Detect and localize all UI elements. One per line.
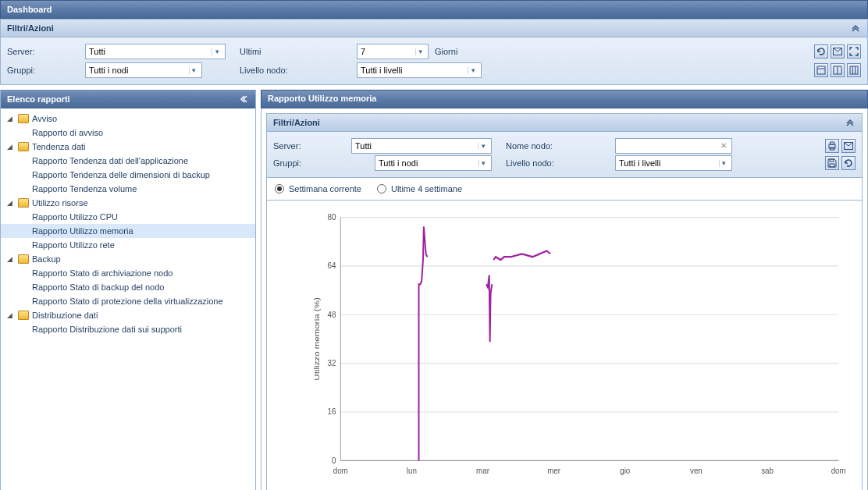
leaf-label: Rapporto Tendenza dati dell'applicazione	[32, 156, 188, 165]
radio-current-week[interactable]: Settimana corrente	[275, 184, 361, 194]
tree-leaf[interactable]: Rapporto Utilizzo CPU	[1, 210, 255, 224]
groups-label: Gruppi:	[7, 66, 85, 75]
chevron-down-icon[interactable]: ▼	[719, 160, 728, 167]
inner-node-level-combo[interactable]: ▼	[615, 155, 732, 171]
last-value-input[interactable]	[361, 47, 412, 56]
layout-1-icon[interactable]	[814, 63, 828, 77]
chevron-down-icon[interactable]: ▼	[189, 67, 198, 74]
svg-rect-13	[830, 164, 834, 167]
svg-text:64: 64	[327, 261, 336, 271]
chevron-down-icon[interactable]: ▼	[478, 143, 488, 150]
tree-leaf[interactable]: Rapporto di avviso	[1, 126, 255, 140]
radio-last4-label: Ultime 4 settimane	[391, 184, 462, 194]
inner-node-level-input[interactable]	[619, 158, 716, 168]
folder-label: Distribuzione dati	[32, 311, 98, 320]
groups-combo[interactable]: ▼	[85, 62, 202, 78]
collapse-left-icon[interactable]	[238, 94, 249, 105]
svg-text:mar: mar	[476, 465, 489, 475]
leaf-label: Rapporto Stato di protezione della virtu…	[32, 296, 223, 306]
svg-text:Utilizzo memoria (%): Utilizzo memoria (%)	[312, 297, 321, 380]
svg-text:0: 0	[332, 455, 336, 465]
radio-last-4-weeks[interactable]: Ultime 4 settimane	[377, 184, 462, 194]
leaf-label: Rapporto di avviso	[32, 128, 103, 137]
report-title: Rapporto Utilizzo memoria	[268, 94, 376, 103]
folder-icon	[18, 142, 29, 151]
email-icon[interactable]	[831, 44, 845, 59]
groups-input[interactable]	[89, 66, 186, 75]
tree-folder[interactable]: ◢Avviso	[1, 112, 255, 126]
chevron-down-icon[interactable]: ▼	[212, 48, 222, 55]
chevron-down-icon[interactable]: ▼	[478, 160, 488, 167]
tree-toggle-icon[interactable]: ◢	[7, 115, 15, 123]
tree-leaf[interactable]: Rapporto Stato di backup del nodo	[1, 280, 255, 294]
clear-icon[interactable]: ✕	[719, 141, 728, 151]
sidebar-title: Elenco rapporti	[7, 94, 70, 104]
inner-filter-bar: Server: ▼ Nome nodo: ✕	[266, 132, 863, 178]
collapse-up-icon[interactable]	[845, 117, 856, 128]
report-header: Rapporto Utilizzo memoria	[261, 90, 868, 108]
tree-toggle-icon[interactable]: ◢	[7, 199, 15, 207]
last-value-combo[interactable]: ▼	[357, 44, 429, 59]
reports-tree: ◢AvvisoRapporto di avviso◢Tendenza datiR…	[1, 108, 255, 490]
tree-leaf[interactable]: Rapporto Tendenza dati dell'applicazione	[1, 154, 255, 168]
refresh-icon[interactable]	[841, 156, 856, 170]
svg-text:dom: dom	[333, 465, 348, 475]
sidebar-header: Elenco rapporti	[1, 90, 255, 108]
node-level-input[interactable]	[361, 66, 464, 75]
chevron-down-icon[interactable]: ▼	[468, 67, 478, 74]
reports-sidebar: Elenco rapporti ◢AvvisoRapporto di avvis…	[0, 90, 256, 490]
days-label: Giorni	[435, 47, 457, 56]
leaf-label: Rapporto Tendenza volume	[32, 184, 137, 194]
node-level-combo[interactable]: ▼	[357, 62, 482, 78]
layout-3-icon[interactable]	[847, 63, 861, 77]
svg-text:48: 48	[327, 309, 336, 319]
tree-leaf[interactable]: Rapporto Utilizzo memoria	[1, 224, 255, 238]
tree-folder[interactable]: ◢Distribuzione dati	[1, 308, 255, 322]
tree-toggle-icon[interactable]: ◢	[7, 143, 15, 151]
leaf-label: Rapporto Tendenza delle dimensioni di ba…	[32, 170, 210, 179]
tree-toggle-icon[interactable]: ◢	[7, 255, 15, 263]
radio-checked-icon	[275, 184, 284, 194]
folder-icon	[18, 254, 29, 264]
leaf-label: Rapporto Stato di backup del nodo	[32, 282, 164, 292]
save-icon[interactable]	[825, 156, 839, 170]
svg-rect-5	[850, 66, 858, 74]
tree-leaf[interactable]: Rapporto Tendenza volume	[1, 182, 255, 196]
server-combo[interactable]: ▼	[85, 44, 226, 59]
layout-2-icon[interactable]	[831, 63, 845, 77]
radio-current-label: Settimana corrente	[289, 184, 361, 194]
leaf-label: Rapporto Stato di archiviazione nodo	[32, 268, 173, 278]
inner-server-input[interactable]	[355, 141, 475, 151]
tree-leaf[interactable]: Rapporto Tendenza delle dimensioni di ba…	[1, 168, 255, 182]
inner-filters-header: Filtri/Azioni	[266, 113, 863, 132]
svg-text:32: 32	[327, 357, 336, 368]
folder-icon	[18, 114, 29, 123]
svg-text:ven: ven	[690, 465, 703, 475]
tree-leaf[interactable]: Rapporto Distribuzione dati sui supporti	[1, 322, 255, 336]
inner-groups-input[interactable]	[379, 158, 475, 168]
folder-icon	[18, 311, 29, 320]
tree-toggle-icon[interactable]: ◢	[7, 311, 15, 319]
expand-icon[interactable]	[847, 44, 861, 59]
tree-folder[interactable]: ◢Tendenza dati	[1, 140, 255, 154]
tree-leaf[interactable]: Rapporto Stato di archiviazione nodo	[1, 266, 255, 280]
server-input[interactable]	[89, 47, 208, 56]
svg-text:16: 16	[327, 407, 336, 417]
node-name-input[interactable]	[619, 141, 728, 151]
tree-folder[interactable]: ◢Utilizzo risorse	[1, 196, 255, 210]
inner-server-combo[interactable]: ▼	[351, 138, 492, 154]
refresh-icon[interactable]	[814, 44, 828, 59]
email-icon[interactable]	[841, 139, 856, 153]
svg-text:sab: sab	[761, 465, 774, 475]
inner-groups-combo[interactable]: ▼	[375, 155, 492, 171]
node-name-field[interactable]: ✕	[615, 138, 732, 154]
tree-leaf[interactable]: Rapporto Stato di protezione della virtu…	[1, 294, 255, 308]
tree-leaf[interactable]: Rapporto Utilizzo rete	[1, 238, 255, 252]
chevron-down-icon[interactable]: ▼	[415, 48, 425, 55]
print-icon[interactable]	[825, 139, 839, 153]
tree-folder[interactable]: ◢Backup	[1, 252, 255, 266]
time-range-radios: Settimana corrente Ultime 4 settimane	[266, 178, 863, 201]
leaf-label: Rapporto Utilizzo CPU	[32, 212, 118, 222]
radio-unchecked-icon	[377, 184, 386, 194]
collapse-up-icon[interactable]	[850, 23, 861, 34]
